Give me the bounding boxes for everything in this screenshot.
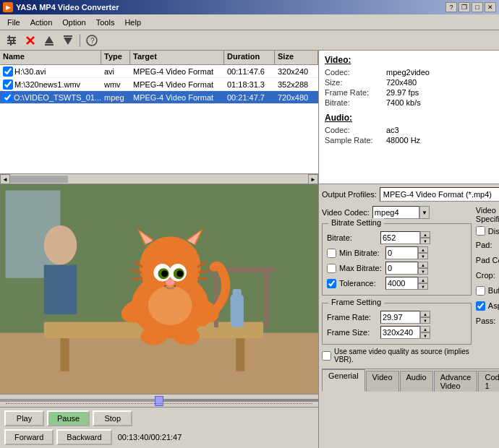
frame-size-spinner[interactable]: ▲ ▼ (380, 326, 430, 339)
svg-point-35 (166, 279, 174, 285)
audio-sample-value: 48000 Hz (386, 136, 420, 145)
tab-generial[interactable]: Generial (322, 369, 365, 392)
backward-button[interactable]: Backward (56, 429, 111, 445)
svg-rect-50 (44, 265, 77, 314)
forward-button[interactable]: Forward (4, 429, 54, 445)
close-button[interactable]: ✕ (485, 2, 496, 12)
output-profiles-value[interactable]: MPEG-4 Video Format (*.mp4) (380, 187, 499, 202)
maximize-button[interactable]: □ (472, 2, 483, 12)
max-bitrate-checkbox[interactable] (327, 264, 336, 273)
file-list-container: Name Type Target Duration Size H:\30.avi… (0, 51, 318, 184)
toolbar-settings-button[interactable] (3, 33, 20, 48)
min-bitrate-checkbox[interactable] (327, 249, 336, 258)
frame-rate-spin-buttons[interactable]: ▲ ▼ (420, 311, 430, 324)
buffer-size-checkbox[interactable] (476, 286, 485, 296)
menu-tools[interactable]: Tools (92, 17, 119, 28)
table-row[interactable]: O:\VIDEO_TSWTS_01... mpeg MPEG-4 Video F… (0, 91, 318, 104)
vbr-checkbox[interactable] (322, 351, 331, 361)
frame-size-spin-buttons[interactable]: ▲ ▼ (420, 326, 430, 339)
svg-rect-1 (9, 35, 10, 40)
menu-action[interactable]: Action (26, 17, 57, 28)
min-bitrate-spinner[interactable]: ▲ ▼ (385, 246, 428, 259)
seek-thumb[interactable] (155, 396, 163, 406)
file-name-1: M:\320news1.wmv (14, 80, 80, 89)
bitrate-spinner[interactable]: ▲ ▼ (380, 231, 430, 244)
seek-bar[interactable] (0, 394, 318, 407)
min-bitrate-spin-down[interactable]: ▼ (418, 253, 428, 259)
tolerance-spin-buttons[interactable]: ▲ ▼ (418, 277, 428, 290)
audio-info-title: Audio: (325, 113, 499, 123)
max-bitrate-spin-buttons[interactable]: ▲ ▼ (418, 262, 428, 275)
min-bitrate-input[interactable] (385, 246, 418, 259)
frame-rate-spin-up[interactable]: ▲ (420, 311, 430, 317)
h-scroll-thumb[interactable] (10, 176, 68, 183)
bitrate-spin-down[interactable]: ▼ (420, 238, 430, 244)
file-list-hscrollbar[interactable]: ◄ ► (0, 173, 318, 184)
frame-size-spin-down[interactable]: ▼ (420, 332, 430, 339)
toolbar-delete-button[interactable] (22, 33, 39, 48)
tolerance-input[interactable] (385, 277, 418, 290)
h-scroll-track[interactable] (10, 176, 308, 183)
stop-button[interactable]: Stop (93, 410, 132, 426)
header-target: Target (130, 51, 224, 64)
pause-button[interactable]: Pause (47, 410, 90, 426)
frame-size-spin-up[interactable]: ▲ (420, 326, 430, 332)
menu-help[interactable]: Help (120, 17, 145, 28)
frame-rate-spinner[interactable]: ▲ ▼ (380, 311, 430, 324)
minimize-button[interactable]: ? (445, 2, 457, 12)
header-type: Type (101, 51, 130, 64)
tab-audio[interactable]: Audio (400, 371, 433, 392)
bitrate-input[interactable] (380, 231, 420, 244)
min-bitrate-spin-up[interactable]: ▲ (418, 246, 428, 253)
min-bitrate-spin-buttons[interactable]: ▲ ▼ (418, 246, 428, 259)
bitrate-spin-up[interactable]: ▲ (420, 231, 430, 238)
max-bitrate-spin-down[interactable]: ▼ (418, 268, 428, 275)
bitrate-group-content: Bitrate: ▲ ▼ (327, 231, 466, 290)
frame-setting-group: Frame Setting Frame Rate: ▲ ▼ (322, 303, 472, 345)
audio-codec-row: Codec: ac3 (325, 126, 499, 134)
tolerance-spinner[interactable]: ▲ ▼ (385, 277, 428, 290)
frame-size-input[interactable] (380, 326, 420, 339)
table-row[interactable]: H:\30.avi avi MPEG-4 Video Format 00:11:… (0, 65, 318, 78)
scroll-left-arrow[interactable]: ◄ (0, 174, 10, 184)
toolbar-move-down-button[interactable] (59, 33, 77, 48)
tolerance-checkbox[interactable] (327, 279, 336, 288)
play-button[interactable]: Play (4, 410, 44, 426)
frame-size-label: Frame Size: (327, 328, 378, 337)
video-codec-dropdown[interactable]: ▼ (419, 206, 430, 219)
toolbar-move-up-button[interactable] (40, 33, 58, 48)
max-bitrate-spin-up[interactable]: ▲ (418, 262, 428, 268)
bitrate-setting-group: Bitrate Setting Bitrate: ▲ ▼ (322, 223, 472, 296)
tab-video[interactable]: Video (366, 371, 399, 392)
max-bitrate-spinner[interactable]: ▲ ▼ (385, 262, 428, 275)
restore-button[interactable]: ❐ (459, 2, 470, 12)
video-player (0, 184, 318, 394)
tab-codec1[interactable]: Codec 1 (478, 371, 499, 392)
file-checkbox-1[interactable] (3, 79, 13, 90)
disable-video-checkbox[interactable] (476, 226, 485, 236)
menu-option[interactable]: Option (58, 17, 90, 28)
max-bitrate-input[interactable] (385, 262, 418, 275)
file-name-0: H:\30.avi (14, 67, 46, 76)
frame-rate-input[interactable] (380, 311, 420, 324)
toolbar-info-button[interactable]: ? (83, 33, 101, 48)
file-checkbox-0[interactable] (3, 66, 13, 77)
tolerance-spin-up[interactable]: ▲ (418, 277, 428, 283)
file-size-2: 720x480 (275, 92, 318, 103)
file-checkbox-2[interactable] (3, 92, 12, 103)
tab-advance-video[interactable]: Advance Video (434, 371, 478, 392)
video-codec-combo[interactable]: mpeg4 ▼ (372, 206, 430, 219)
svg-rect-47 (231, 295, 244, 328)
bitrate-spin-buttons[interactable]: ▲ ▼ (420, 231, 430, 244)
menu-file[interactable]: File (3, 17, 25, 28)
scroll-right-arrow[interactable]: ► (308, 174, 318, 184)
output-profiles-combo[interactable]: MPEG-4 Video Format (*.mp4) ▼ (380, 187, 499, 202)
frame-rate-spin-down[interactable]: ▼ (420, 317, 430, 324)
video-codec-value[interactable]: mpeg4 (372, 206, 419, 219)
tolerance-spin-down[interactable]: ▼ (418, 283, 428, 290)
info-framerate-row: Frame Rate: 29.97 fps (325, 88, 499, 97)
table-row[interactable]: M:\320news1.wmv wmv MPEG-4 Video Format … (0, 78, 318, 91)
file-list-body[interactable]: H:\30.avi avi MPEG-4 Video Format 00:11:… (0, 65, 318, 173)
svg-line-41 (197, 278, 208, 280)
aspect-checkbox[interactable] (476, 301, 485, 311)
